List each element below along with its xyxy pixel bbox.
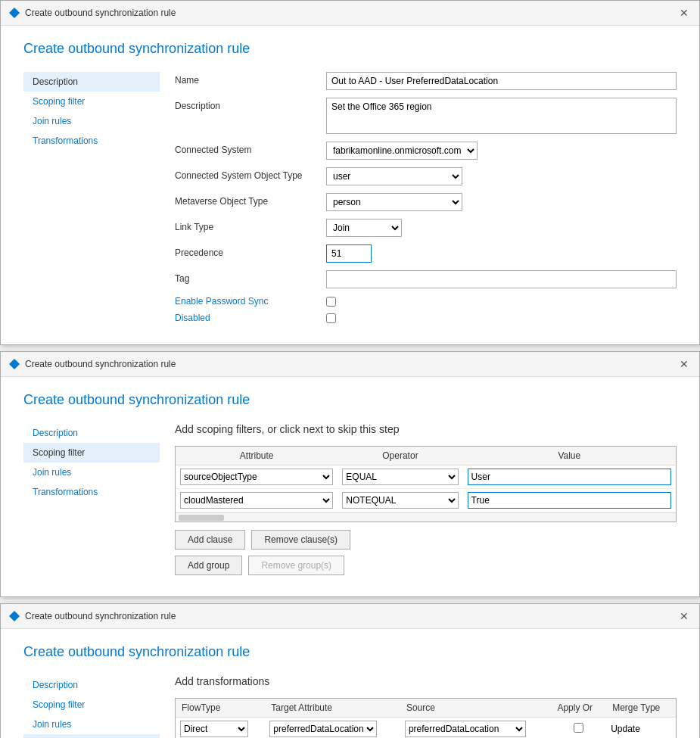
window-2-content: Create outbound synchronization rule Des… (1, 377, 699, 596)
group-button-row: Add group Remove group(s) (175, 556, 677, 575)
t-row1-target-select[interactable]: preferredDataLocation (269, 721, 377, 737)
connected-system-label: Connected System (175, 142, 326, 155)
t-col-flowtype: FlowType (176, 699, 265, 718)
transformations-subtitle: Add transformations (175, 675, 677, 687)
mot-row: Metaverse Object Type person (175, 193, 677, 211)
sidebar-item-join-2[interactable]: Join rules (23, 462, 160, 482)
row2-value-cell (463, 489, 676, 512)
sidebar-item-scoping-2[interactable]: Scoping filter (23, 443, 160, 462)
sidebar-item-description-2[interactable]: Description (23, 423, 160, 443)
titlebar-text-1: Create outbound synchronization rule (25, 8, 672, 18)
add-clause-button[interactable]: Add clause (175, 530, 245, 550)
main-layout-1: Description Scoping filter Join rules Tr… (23, 72, 677, 329)
row1-attribute-select[interactable]: sourceObjectType (180, 469, 333, 485)
t-row1-source-cell: preferredDataLocation (400, 718, 552, 739)
filter-scrollbar[interactable] (176, 512, 676, 522)
sidebar-item-transformations-3[interactable]: Transformations (23, 734, 160, 738)
precedence-label: Precedence (175, 244, 326, 258)
name-label: Name (175, 72, 326, 86)
precedence-input[interactable] (326, 244, 372, 263)
page-title-3: Create outbound synchronization rule (23, 644, 677, 660)
main-layout-3: Description Scoping filter Join rules Tr… (23, 675, 677, 738)
svg-marker-1 (9, 359, 20, 369)
t-row1-target-cell: preferredDataLocation (265, 718, 400, 739)
svg-marker-2 (9, 611, 20, 621)
t-row1-flowtype-select[interactable]: Direct (180, 721, 248, 737)
row2-value-input[interactable] (468, 492, 671, 509)
titlebar-1: Create outbound synchronization rule ✕ (1, 1, 699, 26)
description-input[interactable]: Set the Office 365 region (326, 98, 677, 134)
sidebar-item-scoping-1[interactable]: Scoping filter (23, 92, 160, 111)
transform-table: FlowType Target Attribute Source Apply O… (176, 699, 676, 738)
t-row1-merge-value: Update (611, 724, 640, 734)
tag-row: Tag (175, 270, 677, 288)
sidebar-item-description-3[interactable]: Description (23, 675, 160, 695)
sidebar-1: Description Scoping filter Join rules Tr… (23, 72, 160, 329)
transform-table-container: FlowType Target Attribute Source Apply O… (175, 698, 677, 738)
sidebar-3: Description Scoping filter Join rules Tr… (23, 675, 160, 738)
description-label: Description (175, 98, 326, 111)
disabled-label: Disabled (175, 313, 326, 323)
name-row: Name (175, 72, 677, 90)
scoping-subtitle: Add scoping filters, or click next to sk… (175, 423, 677, 435)
enable-password-label: Enable Password Sync (175, 296, 326, 307)
link-type-label: Link Type (175, 219, 326, 232)
close-button-2[interactable]: ✕ (677, 357, 692, 372)
row1-value-input[interactable] (468, 469, 671, 485)
t-col-source: Source (400, 699, 552, 718)
sidebar-item-transformations-2[interactable]: Transformations (23, 482, 160, 502)
window-2: Create outbound synchronization rule ✕ C… (0, 351, 700, 597)
transformations-area: Add transformations FlowType Target Attr… (160, 675, 677, 738)
sidebar-item-join-1[interactable]: Join rules (23, 111, 160, 131)
page-title-1: Create outbound synchronization rule (23, 41, 677, 57)
page-title-2: Create outbound synchronization rule (23, 392, 677, 408)
filter-table: Attribute Operator Value sourceObjectTyp… (176, 447, 676, 512)
t-row1-apply-checkbox[interactable] (574, 723, 583, 733)
enable-password-row: Enable Password Sync (175, 296, 677, 307)
close-button-3[interactable]: ✕ (677, 609, 692, 624)
col-operator: Operator (338, 447, 462, 466)
add-group-button[interactable]: Add group (175, 556, 242, 575)
tag-label: Tag (175, 270, 326, 284)
row2-operator-select[interactable]: NOTEQUAL (342, 492, 458, 509)
titlebar-text-3: Create outbound synchronization rule (25, 611, 672, 621)
main-layout-2: Description Scoping filter Join rules Tr… (23, 423, 677, 581)
remove-clauses-button[interactable]: Remove clause(s) (251, 530, 350, 550)
t-col-merge: Merge Type (606, 699, 676, 718)
name-input[interactable] (326, 72, 677, 90)
row1-operator-cell: EQUAL (338, 466, 462, 489)
window-3-content: Create outbound synchronization rule Des… (1, 629, 699, 738)
link-type-row: Link Type Join (175, 219, 677, 237)
t-col-apply: Apply Or (551, 699, 606, 718)
t-row1-source-select[interactable]: preferredDataLocation (405, 721, 526, 737)
mot-select[interactable]: person (326, 193, 462, 211)
enable-password-checkbox[interactable] (326, 297, 336, 307)
table-row: cloudMastered NOTEQUAL (176, 489, 676, 512)
table-row: sourceObjectType EQUAL (176, 466, 676, 489)
sidebar-item-join-3[interactable]: Join rules (23, 715, 160, 734)
title-icon-2 (8, 358, 20, 370)
disabled-checkbox[interactable] (326, 313, 336, 323)
t-row1-merge-cell: Update (606, 718, 676, 739)
mot-label: Metaverse Object Type (175, 193, 326, 207)
row1-attribute-cell: sourceObjectType (176, 466, 338, 489)
transform-row: Direct preferredDataLocation (176, 718, 676, 739)
link-type-select[interactable]: Join (326, 219, 402, 237)
sidebar-item-transformations-1[interactable]: Transformations (23, 131, 160, 151)
csot-select[interactable]: user (326, 167, 462, 185)
precedence-row: Precedence (175, 244, 677, 263)
sidebar-item-description-1[interactable]: Description (23, 72, 160, 92)
row2-attribute-select[interactable]: cloudMastered (180, 492, 333, 509)
sidebar-item-scoping-3[interactable]: Scoping filter (23, 695, 160, 715)
description-row: Description Set the Office 365 region (175, 98, 677, 134)
titlebar-3: Create outbound synchronization rule ✕ (1, 604, 699, 629)
sidebar-2: Description Scoping filter Join rules Tr… (23, 423, 160, 581)
titlebar-text-2: Create outbound synchronization rule (25, 359, 672, 369)
t-row1-flowtype-cell: Direct (176, 718, 265, 739)
close-button-1[interactable]: ✕ (677, 5, 692, 20)
connected-system-select[interactable]: fabrikamonline.onmicrosoft.com (326, 142, 478, 160)
csot-row: Connected System Object Type user (175, 167, 677, 185)
row1-operator-select[interactable]: EQUAL (342, 469, 458, 485)
remove-groups-button[interactable]: Remove group(s) (248, 556, 344, 575)
tag-input[interactable] (326, 270, 677, 288)
